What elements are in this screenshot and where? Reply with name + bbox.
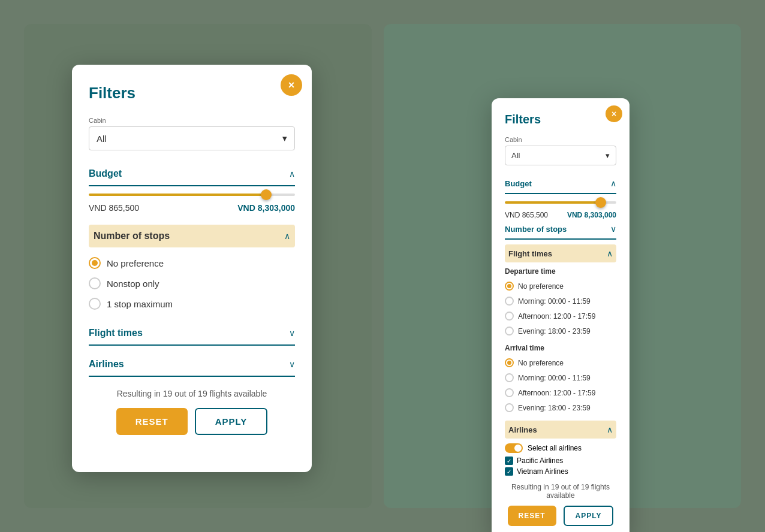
right-arrival-options: No preference Morning: 00:00 - 11:59 Aft… [505, 356, 616, 415]
right-dep-radio-evening[interactable] [505, 327, 514, 335]
left-filter-modal: × Filters Cabin All ▾ Budget ∧ VND 865,5… [72, 65, 312, 472]
left-reset-button[interactable]: RESET [116, 408, 188, 435]
left-budget-section: Budget ∧ VND 865,500 VND 8,303,000 [89, 162, 295, 213]
right-dep-radio-afternoon[interactable] [505, 312, 514, 321]
right-dep-option-no-pref[interactable]: No preference [505, 282, 616, 291]
left-apply-button[interactable]: APPLY [195, 408, 268, 435]
right-budget-header[interactable]: Budget ∧ [505, 174, 616, 194]
right-cabin-label: Cabin [505, 136, 616, 143]
right-apply-button[interactable]: APPLY [564, 506, 614, 526]
right-airlines-chevron-icon: ∧ [607, 425, 613, 434]
right-vietnam-airlines-row[interactable]: ✓ Vietnam Airlines [505, 467, 616, 476]
left-results-text: Resulting in 19 out of 19 flights availa… [89, 389, 295, 398]
right-dep-label-afternoon: Afternoon: 12:00 - 17:59 [518, 312, 595, 321]
right-dep-label-morning: Morning: 00:00 - 11:59 [518, 297, 591, 306]
right-flight-times-title: Flight times [508, 249, 552, 258]
left-cabin-chevron-icon: ▾ [282, 133, 287, 144]
right-airlines-header[interactable]: Airlines ∧ [505, 421, 616, 439]
left-stops-option-one-stop[interactable]: 1 stop maximum [89, 298, 295, 310]
right-arr-label-no-pref: No preference [518, 359, 564, 367]
left-cabin-field: Cabin All ▾ [89, 117, 295, 150]
right-dep-option-afternoon[interactable]: Afternoon: 12:00 - 17:59 [505, 312, 616, 321]
left-budget-chevron-icon: ∧ [289, 169, 295, 179]
left-action-buttons: RESET APPLY [89, 408, 295, 435]
left-modal-title: Filters [89, 84, 295, 102]
right-select-all-label: Select all airlines [528, 444, 582, 452]
right-toggle-knob [514, 445, 522, 452]
left-modal-close-button[interactable]: × [281, 74, 302, 96]
right-arr-radio-afternoon[interactable] [505, 388, 514, 397]
right-cabin-value: All [511, 151, 520, 160]
left-flight-times-header[interactable]: Flight times ∨ [89, 322, 295, 346]
left-flight-times-title: Flight times [89, 328, 143, 338]
right-arr-label-afternoon: Afternoon: 12:00 - 17:59 [518, 389, 595, 397]
left-stops-header[interactable]: Number of stops ∧ [89, 225, 295, 247]
right-stops-section: Number of stops ∨ [505, 219, 616, 240]
left-stops-label-no-preference: No preference [107, 258, 164, 268]
right-arr-option-evening[interactable]: Evening: 18:00 - 23:59 [505, 403, 616, 412]
left-cabin-select[interactable]: All ▾ [89, 126, 295, 150]
left-flight-times-chevron-icon: ∨ [289, 328, 295, 338]
left-stops-radio-nonstop[interactable] [89, 277, 101, 289]
right-flight-times-section: Flight times ∧ Departure time No prefere… [505, 244, 616, 415]
right-cabin-select[interactable]: All ▾ [505, 146, 616, 165]
right-arr-radio-no-pref[interactable] [505, 358, 514, 367]
right-pacific-label: Pacific Airlines [517, 457, 563, 465]
left-cabin-value: All [97, 134, 107, 144]
right-reset-button[interactable]: RESET [508, 506, 556, 526]
right-arr-option-afternoon[interactable]: Afternoon: 12:00 - 17:59 [505, 388, 616, 397]
left-stops-radio-one-stop[interactable] [89, 298, 101, 310]
right-modal-close-button[interactable]: × [606, 105, 622, 122]
right-select-all-toggle[interactable] [505, 443, 523, 453]
left-budget-thumb[interactable] [261, 189, 272, 200]
right-flight-times-header[interactable]: Flight times ∧ [505, 244, 616, 262]
right-results-text: Resulting in 19 out of 19 flights availa… [505, 483, 616, 500]
right-dep-label-evening: Evening: 18:00 - 23:59 [518, 327, 591, 335]
right-budget-min: VND 865,500 [505, 211, 548, 219]
right-arr-radio-morning[interactable] [505, 373, 514, 382]
right-airlines-section: Airlines ∧ Select all airlines ✓ Pacific… [505, 421, 616, 476]
right-cabin-field: Cabin All ▾ [505, 136, 616, 165]
right-cabin-chevron-icon: ▾ [606, 151, 610, 160]
right-arr-label-morning: Morning: 00:00 - 11:59 [518, 374, 591, 382]
right-dep-option-evening[interactable]: Evening: 18:00 - 23:59 [505, 327, 616, 335]
left-flight-times-section: Flight times ∨ [89, 322, 295, 346]
left-budget-title: Budget [89, 168, 122, 179]
left-budget-max: VND 8,303,000 [237, 203, 295, 213]
right-filter-modal: × Filters Cabin All ▾ Budget ∧ VND 865,5… [492, 98, 630, 532]
right-stops-header[interactable]: Number of stops ∨ [505, 219, 616, 240]
right-arr-option-no-pref[interactable]: No preference [505, 358, 616, 367]
right-arrival-title: Arrival time [505, 344, 616, 352]
right-pacific-airlines-row[interactable]: ✓ Pacific Airlines [505, 457, 616, 465]
right-select-all-airlines-row[interactable]: Select all airlines [505, 443, 616, 453]
right-pacific-checkbox[interactable]: ✓ [505, 457, 513, 465]
right-dep-option-morning[interactable]: Morning: 00:00 - 11:59 [505, 297, 616, 306]
left-budget-header[interactable]: Budget ∧ [89, 162, 295, 186]
left-budget-min: VND 865,500 [89, 203, 139, 213]
left-airlines-header[interactable]: Airlines ∨ [89, 353, 295, 377]
left-airlines-title: Airlines [89, 359, 124, 370]
right-departure-options: No preference Morning: 00:00 - 11:59 Aft… [505, 279, 616, 338]
left-budget-slider[interactable] [89, 194, 295, 196]
left-budget-values: VND 865,500 VND 8,303,000 [89, 203, 295, 213]
right-budget-slider[interactable] [505, 201, 616, 204]
left-airlines-section: Airlines ∨ [89, 353, 295, 377]
right-arr-label-evening: Evening: 18:00 - 23:59 [518, 404, 591, 412]
right-flight-times-chevron-icon: ∧ [607, 249, 613, 258]
right-dep-radio-no-pref[interactable] [505, 282, 514, 291]
left-stops-options: No preference Nonstop only 1 stop maximu… [89, 255, 295, 312]
right-arr-option-morning[interactable]: Morning: 00:00 - 11:59 [505, 373, 616, 382]
right-budget-max: VND 8,303,000 [567, 211, 616, 219]
right-budget-section: Budget ∧ VND 865,500 VND 8,303,000 [505, 174, 616, 219]
left-stops-option-nonstop[interactable]: Nonstop only [89, 277, 295, 289]
right-dep-radio-morning[interactable] [505, 297, 514, 306]
right-stops-chevron-icon: ∨ [610, 224, 616, 234]
right-departure-title: Departure time [505, 267, 616, 276]
right-budget-thumb[interactable] [595, 197, 606, 208]
left-stops-option-no-preference[interactable]: No preference [89, 257, 295, 269]
right-vietnam-checkbox[interactable]: ✓ [505, 467, 513, 476]
right-arr-radio-evening[interactable] [505, 403, 514, 412]
left-cabin-label: Cabin [89, 117, 295, 124]
left-stops-radio-no-preference[interactable] [89, 257, 101, 269]
right-budget-chevron-icon: ∧ [610, 179, 616, 188]
